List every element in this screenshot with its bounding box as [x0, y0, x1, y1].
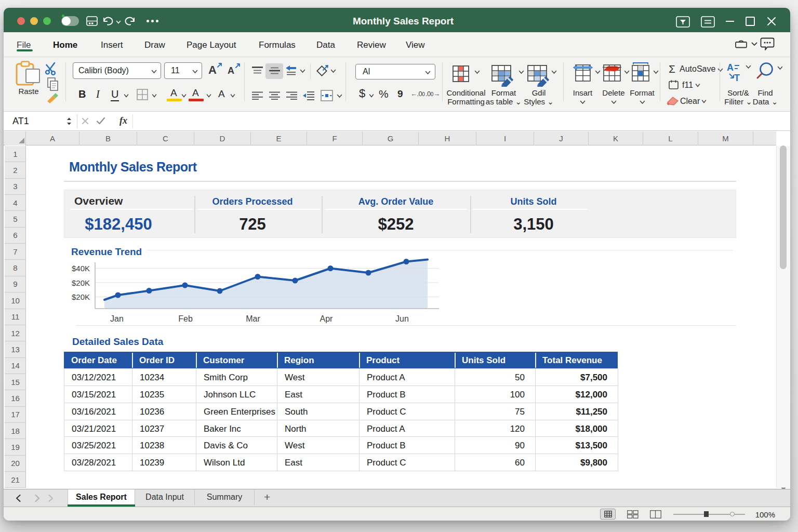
svg-text:$20K: $20K — [72, 278, 90, 287]
svg-text:T: T — [734, 73, 740, 83]
svg-text:Jun: Jun — [395, 314, 409, 323]
svg-text:Mar: Mar — [246, 314, 260, 323]
svg-text:$40K: $40K — [72, 264, 90, 273]
svg-text:A: A — [727, 62, 734, 73]
svg-text:$20K: $20K — [72, 292, 90, 301]
svg-text:Feb: Feb — [178, 314, 193, 323]
svg-text:Apr: Apr — [320, 314, 334, 323]
svg-text:Jan: Jan — [110, 314, 124, 323]
